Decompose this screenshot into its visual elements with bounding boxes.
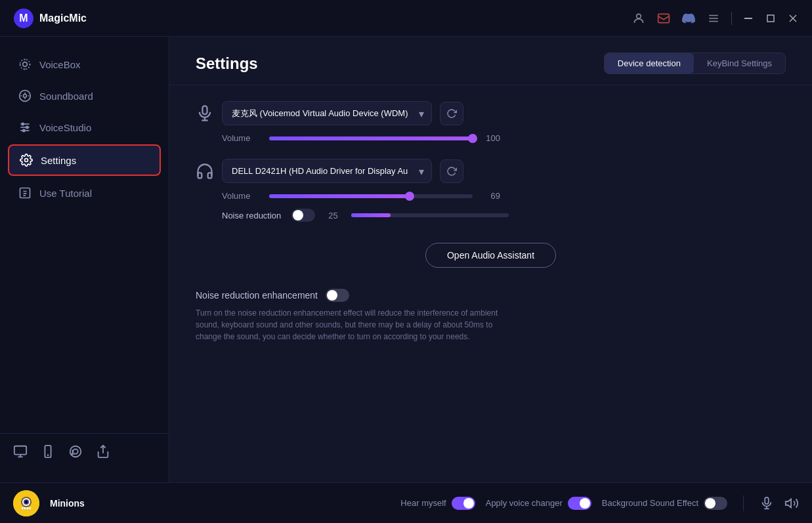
mic-volume-track <box>269 136 473 140</box>
close-button[interactable] <box>787 12 799 24</box>
share-icon[interactable] <box>96 444 110 459</box>
headphone-select-wrapper: DELL D2421H (HD Audio Driver for Display… <box>222 159 432 183</box>
noise-enhancement-section: Noise reduction enhancement Turn on the … <box>196 289 786 343</box>
microphone-footer-icon[interactable] <box>759 496 774 511</box>
hear-myself-control: Hear myself <box>400 497 475 510</box>
tutorial-icon <box>18 186 32 199</box>
menu-icon[interactable] <box>706 11 721 26</box>
svg-marker-45 <box>786 499 791 507</box>
settings-body: 麦克风 (Voicemod Virtual Audio Device (WDM)… <box>169 85 812 358</box>
headphone-volume-value: 69 <box>481 191 500 201</box>
svg-point-2 <box>637 14 641 18</box>
apply-voice-changer-toggle[interactable] <box>568 497 591 510</box>
app-title: MagicMic <box>39 12 87 24</box>
svg-rect-42 <box>765 497 769 503</box>
noise-reduction-slider[interactable] <box>351 213 509 217</box>
mic-device-select[interactable]: 麦克风 (Voicemod Virtual Audio Device (WDM)… <box>222 101 432 125</box>
noise-enhancement-toggle-thumb <box>327 290 337 301</box>
chat-icon[interactable] <box>68 444 83 459</box>
mic-refresh-button[interactable] <box>440 102 463 125</box>
maximize-button[interactable] <box>765 12 777 24</box>
settings-header: Settings Device detection KeyBind Settin… <box>169 37 812 74</box>
noise-reduction-value: 25 <box>328 211 337 220</box>
page-title: Settings <box>196 54 258 73</box>
hear-myself-toggle-thumb <box>463 498 474 509</box>
svg-rect-7 <box>744 18 752 19</box>
voicebox-icon <box>18 58 32 71</box>
logo-icon: M <box>13 8 34 29</box>
headphone-device-select[interactable]: DELL D2421H (HD Audio Driver for Display… <box>222 159 432 183</box>
discord-icon[interactable] <box>681 11 696 26</box>
apply-voice-changer-control: Apply voice changer <box>486 497 591 510</box>
svg-point-12 <box>20 60 30 70</box>
svg-point-27 <box>70 446 81 457</box>
noise-enhancement-desc: Turn on the noise reduction enhancement … <box>196 307 517 343</box>
headphone-volume-track <box>269 194 473 198</box>
svg-rect-22 <box>14 446 26 455</box>
volume-footer-icon[interactable] <box>784 496 799 511</box>
background-sound-label: Background Sound Effect <box>602 498 698 508</box>
mic-volume-fill <box>269 136 473 140</box>
mic-volume-label: Volume <box>222 133 261 143</box>
mic-volume-slider[interactable] <box>269 136 473 140</box>
main-layout: VoiceBox Soundboard VoiceStudio Settings <box>0 37 812 482</box>
tab-group: Device detection KeyBind Settings <box>604 52 786 74</box>
background-sound-toggle-thumb <box>705 498 716 509</box>
sidebar-item-voicestudio[interactable]: VoiceStudio <box>8 113 161 142</box>
content-area: Settings Device detection KeyBind Settin… <box>169 37 812 482</box>
svg-point-19 <box>23 129 25 131</box>
phone-icon[interactable] <box>41 444 55 459</box>
noise-reduction-toggle[interactable] <box>291 209 315 222</box>
sidebar-item-settings[interactable]: Settings <box>8 144 161 176</box>
sidebar-item-voicebox[interactable]: VoiceBox <box>8 50 161 79</box>
open-audio-assistant-button[interactable]: Open Audio Assistant <box>425 243 556 268</box>
soundboard-icon <box>18 89 32 102</box>
sidebar-item-label-settings: Settings <box>41 155 76 166</box>
noise-reduction-label: Noise reduction <box>222 211 281 220</box>
minimize-button[interactable] <box>742 12 754 24</box>
tab-keybind-settings[interactable]: KeyBind Settings <box>694 53 785 73</box>
hear-myself-label: Hear myself <box>400 498 446 508</box>
noise-reduction-toggle-thumb <box>293 210 303 220</box>
headphone-device-row: DELL D2421H (HD Audio Driver for Display… <box>196 159 786 183</box>
footer-separator <box>743 495 744 511</box>
svg-point-13 <box>24 94 27 98</box>
sidebar-item-soundboard[interactable]: Soundboard <box>8 81 161 110</box>
noise-enhancement-row: Noise reduction enhancement <box>196 289 786 302</box>
mic-select-wrapper: 麦克风 (Voicemod Virtual Audio Device (WDM)… <box>222 101 432 125</box>
svg-text:M: M <box>19 12 28 24</box>
mic-volume-value: 100 <box>481 133 500 143</box>
headphone-refresh-button[interactable] <box>440 159 463 183</box>
svg-point-20 <box>25 159 28 162</box>
mail-icon[interactable] <box>656 11 671 26</box>
audio-btn-row: Open Audio Assistant <box>196 238 786 273</box>
monitor-icon[interactable] <box>13 444 28 459</box>
footer: Minions Hear myself Apply voice changer … <box>0 482 812 523</box>
hear-myself-toggle[interactable] <box>452 497 475 510</box>
noise-enhancement-label: Noise reduction enhancement <box>196 290 318 301</box>
svg-rect-29 <box>203 106 207 114</box>
svg-point-37 <box>25 501 28 503</box>
sidebar-nav: VoiceBox Soundboard VoiceStudio Settings <box>0 50 169 420</box>
profile-icon[interactable] <box>631 11 646 26</box>
titlebar-sep <box>731 12 732 25</box>
tab-device-detection[interactable]: Device detection <box>605 53 694 73</box>
sidebar-bottom <box>0 433 169 469</box>
headphone-section: DELL D2421H (HD Audio Driver for Display… <box>196 159 786 222</box>
sidebar-item-tutorial[interactable]: Use Tutorial <box>8 178 161 207</box>
sidebar-item-label-soundboard: Soundboard <box>39 91 93 102</box>
noise-enhancement-toggle[interactable] <box>326 289 349 302</box>
background-sound-toggle[interactable] <box>704 497 727 510</box>
microphone-section: 麦克风 (Voicemod Virtual Audio Device (WDM)… <box>196 101 786 143</box>
noise-reduction-track <box>351 213 509 217</box>
headphone-icon <box>196 162 214 180</box>
mic-volume-thumb[interactable] <box>468 134 477 143</box>
noise-reduction-row: Noise reduction 25 <box>196 209 786 222</box>
titlebar-actions <box>631 11 799 26</box>
headphone-volume-slider[interactable] <box>269 194 473 198</box>
sidebar-item-label-voicestudio: VoiceStudio <box>39 122 91 133</box>
footer-character-name: Minions <box>50 498 102 509</box>
headphone-volume-thumb[interactable] <box>405 192 414 201</box>
svg-point-11 <box>23 62 28 67</box>
apply-voice-changer-toggle-thumb <box>580 498 590 509</box>
